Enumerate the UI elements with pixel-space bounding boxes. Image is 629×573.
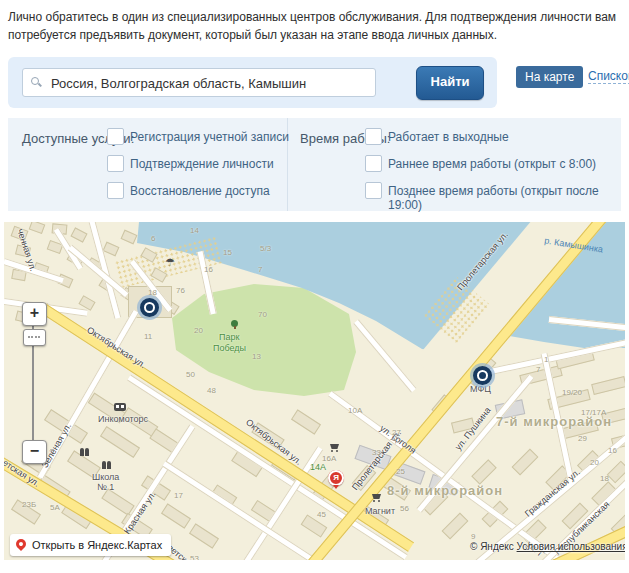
copyright-text: © Яндекс — [470, 541, 514, 552]
house-number: 5А — [50, 503, 60, 512]
house-number: 53 — [190, 554, 199, 560]
house-number: 29 — [578, 434, 587, 443]
house-number: 9 — [471, 532, 475, 541]
option-weekends[interactable]: Работает в выходные — [388, 130, 509, 144]
find-button[interactable]: Найти — [416, 66, 484, 100]
district-8-label: 8-й микрорайон — [387, 483, 503, 498]
terms-of-use-link[interactable]: Условия использования — [517, 541, 625, 552]
building — [607, 461, 625, 484]
checkbox-weekends[interactable] — [365, 128, 382, 145]
house-number: 5/3 — [260, 244, 271, 253]
house-number: 7 — [258, 265, 262, 274]
yandex-poi-letter: Я — [328, 473, 344, 482]
checkbox-early-hours[interactable] — [365, 155, 382, 172]
house-number: 25 — [396, 467, 405, 476]
checkbox-identity-confirmation[interactable] — [107, 155, 124, 172]
building — [291, 409, 321, 434]
inkomotors-label: Инкомоторс — [98, 414, 148, 424]
house-number: 6 — [151, 234, 155, 243]
map-pin-icon — [14, 537, 28, 551]
building — [189, 523, 219, 548]
house-number: 19/20 — [562, 388, 582, 397]
building — [101, 488, 134, 515]
house-number: 27 — [392, 428, 401, 437]
house-number: 16 — [608, 446, 617, 455]
zoom-in-button[interactable]: + — [22, 302, 47, 326]
house-number: 10А — [348, 406, 362, 415]
district-7-label: 7-й микрорайон — [496, 414, 612, 429]
service-center-marker-1[interactable] — [140, 298, 159, 317]
building — [442, 513, 469, 540]
search-box — [22, 68, 376, 97]
house-number: 23Б — [22, 500, 36, 509]
zoom-out-button[interactable]: − — [22, 440, 47, 464]
open-in-yandex-maps[interactable]: Открыть в Яндекс.Картах — [10, 534, 171, 556]
building — [471, 459, 496, 484]
building — [121, 230, 138, 245]
open-in-yandex-label: Открыть в Яндекс.Картах — [32, 539, 162, 551]
house-number: 13 — [252, 352, 261, 361]
school-icon — [102, 461, 112, 469]
house-number: 11 — [144, 332, 152, 341]
building — [29, 222, 46, 234]
building — [161, 503, 191, 528]
building — [100, 426, 140, 458]
filters-panel: Доступные услуги: Регистрация учетной за… — [8, 118, 621, 211]
zoom-slider-handle[interactable] — [23, 329, 46, 346]
house-number: 1 — [544, 355, 548, 364]
house-number: 20 — [194, 326, 203, 335]
building — [103, 242, 120, 257]
house-number: 14 — [190, 226, 199, 235]
option-early-hours[interactable]: Раннее время работы (открыт с 8:00) — [388, 157, 596, 171]
view-map-button[interactable]: На карте — [516, 66, 583, 88]
option-late-hours[interactable]: Позднее время работы (открыт после 19:00… — [388, 184, 621, 212]
bus-stop-icon — [114, 403, 126, 411]
house-number: 70 — [258, 310, 267, 319]
park-label-line2: Победы — [213, 343, 246, 353]
option-access-recovery[interactable]: Восстановление доступа — [130, 184, 270, 198]
house-number: 7 — [536, 365, 540, 374]
house-number: 48 — [207, 386, 216, 395]
school-label-line1: Школа — [92, 472, 119, 482]
house-number: 45 — [317, 510, 326, 519]
option-registration[interactable]: Регистрация учетной записи — [130, 130, 289, 144]
school-label-line2: № 1 — [97, 482, 114, 492]
intro-text: Лично обратитесь в один из специализиров… — [8, 8, 624, 44]
service-centers-page: Лично обратитесь в один из специализиров… — [0, 0, 629, 573]
checkbox-late-hours[interactable] — [365, 182, 382, 199]
house-number: 76 — [176, 286, 185, 295]
search-input[interactable] — [49, 69, 373, 98]
magnit-label: Магнит — [365, 506, 395, 516]
checkbox-access-recovery[interactable] — [107, 182, 124, 199]
house-number: 15 — [223, 248, 232, 257]
shop-cart-icon — [330, 444, 339, 452]
option-identity-confirmation[interactable]: Подтверждение личности — [130, 157, 274, 171]
search-panel: Найти — [8, 57, 497, 108]
house-number: 17 — [174, 491, 183, 500]
search-icon — [31, 77, 39, 85]
house-number: 33 — [372, 448, 381, 457]
building — [591, 376, 625, 395]
house-number: 18 — [148, 288, 157, 297]
people-icon — [80, 448, 90, 456]
magnit-cart-icon — [372, 494, 381, 502]
building — [512, 449, 539, 476]
house-number: 18 — [600, 474, 609, 483]
house-number: 20 — [590, 458, 599, 467]
park-label-line1: Парк — [219, 332, 239, 342]
house-number: 50 — [186, 370, 195, 379]
checkbox-registration[interactable] — [107, 128, 124, 145]
house-number: 56 — [400, 504, 409, 513]
building — [70, 227, 87, 242]
house-number: 16 — [204, 265, 213, 274]
green-house-number: 14А — [310, 462, 326, 472]
beach-umbrella-icon: ☂ — [165, 256, 175, 269]
map-attribution: © Яндекс Условия использования — [470, 541, 625, 552]
view-list-link[interactable]: Списком — [588, 69, 629, 84]
service-center-marker-mfc[interactable] — [473, 366, 492, 385]
yandex-map[interactable]: ченная ул.Октябрьская ул.Октябрьская ул.… — [4, 222, 625, 560]
mfc-label: МФЦ — [470, 384, 491, 394]
yandex-poi-marker[interactable]: Я — [328, 470, 344, 486]
park-tree-icon — [230, 320, 239, 329]
